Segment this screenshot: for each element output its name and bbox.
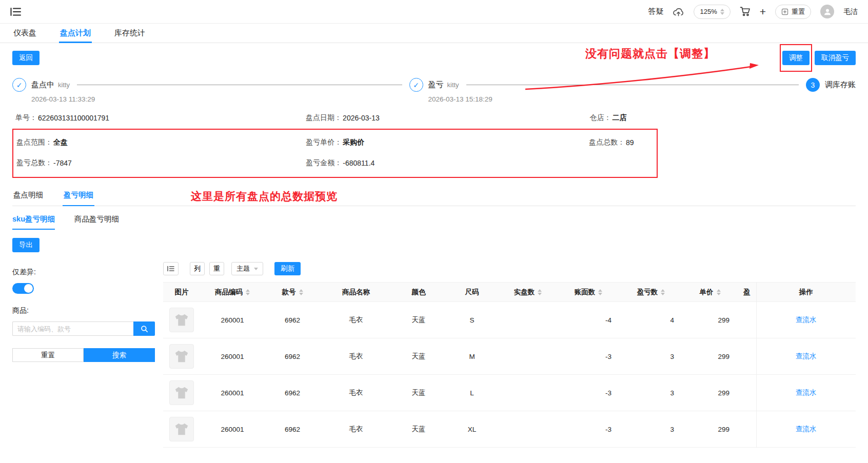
cell-book-count: -4 [557,302,620,338]
cell-product-name: 毛衣 [320,411,392,448]
table-row: 2600016962毛衣天蓝XL-33299查流水 [163,411,856,448]
col-product-code[interactable]: 商品编码 [200,283,265,302]
cloud-upload-icon[interactable] [673,7,684,17]
search-icon [141,325,148,333]
col-book-count[interactable]: 账面数 [557,283,620,302]
field-pl-price: 盈亏单价：采购价 [303,138,586,147]
tab-sku-pl-detail[interactable]: sku盈亏明细 [12,214,55,230]
step-connector [77,85,402,85]
cancel-pl-button[interactable]: 取消盈亏 [815,51,856,65]
avatar[interactable] [820,5,834,18]
qa-link[interactable]: 答疑 [648,7,663,16]
toggle-knob [24,284,33,293]
view-flow-link[interactable]: 查流水 [796,425,817,433]
step-time: 2026-03-13 15:18:29 [428,95,806,103]
cell-product-image [163,375,200,411]
tab-dashboard[interactable]: 仪表盘 [13,24,36,43]
density-icon[interactable] [163,262,179,275]
cell-product-name: 毛衣 [320,302,392,338]
col-pl-amount: 盈 [738,283,756,302]
view-flow-link[interactable]: 查流水 [796,352,817,360]
refresh-button[interactable]: 刷新 [274,262,301,275]
col-product-name: 商品名称 [320,283,392,302]
menu-fold-icon[interactable] [10,7,22,16]
cell-book-count: -3 [557,338,620,375]
product-image-placeholder [169,380,194,405]
field-pl-total: 盈亏总数：-7847 [13,158,303,168]
cell-size: S [445,302,499,338]
cell-color: 天蓝 [392,302,445,338]
cell-style-no: 6962 [265,338,320,375]
tab-stock-stats[interactable]: 库存统计 [114,24,145,43]
cell-style-no: 6962 [265,375,320,411]
table-toolbar: 列 重 主题 刷新 [163,261,856,276]
cell-color: 天蓝 [392,338,445,375]
theme-select[interactable]: 主题 [231,262,263,275]
product-image-placeholder [169,308,194,332]
step-profit-loss: ✓ 盈亏 kitty 2026-03-13 15:18:29 [409,78,806,103]
main-content: 返回 没有问题就点击【调整】 调整 取消盈亏 ✓ 盘点中 kitty 2026-… [0,50,868,448]
cell-pl-count: 3 [620,411,682,448]
cell-size: M [445,338,499,375]
tab-count-detail[interactable]: 盘点明细 [12,186,44,206]
diff-only-toggle[interactable] [12,283,34,294]
field-store: 仓店：二店 [587,113,658,123]
cell-pl-amount [738,375,756,411]
cell-product-name: 毛衣 [320,375,392,411]
nav-tabs: 仪表盘 盘点计划 库存统计 [0,24,868,43]
search-icon-button[interactable] [133,321,155,336]
product-search-input[interactable] [12,321,133,336]
pl-detail-table: 图片 商品编码 款号 商品名称 颜色 尺码 实盘数 账面数 盈亏数 单价 盈 操… [163,282,856,448]
reset-control[interactable]: 重置 [775,5,811,19]
cell-style-no: 6962 [265,302,320,338]
cell-unit-price: 299 [682,302,738,338]
tab-product-pl-detail[interactable]: 商品盈亏明细 [74,214,119,230]
col-style-no[interactable]: 款号 [265,283,320,302]
back-button[interactable]: 返回 [12,51,40,65]
plus-icon[interactable]: + [760,6,766,17]
cell-product-code: 260001 [200,375,265,411]
filter-panel: 仅差异: 商品: 重置 搜索 [12,261,155,362]
adjust-annotation-box: 调整 [782,51,810,65]
col-pl-count[interactable]: 盈亏数 [620,283,682,302]
cell-pl-amount [738,411,756,448]
summary-annotation-text: 这里是所有盘点的总数据预览 [191,189,338,204]
adjust-button[interactable]: 调整 [782,51,810,65]
cell-actions: 查流水 [756,411,856,448]
filter-search-button[interactable]: 搜索 [84,348,155,362]
tab-inventory-plan[interactable]: 盘点计划 [60,24,91,43]
tab-pl-detail[interactable]: 盈亏明细 [63,186,94,206]
field-count-total: 盘点总数：89 [586,138,657,147]
sort-icon [538,289,542,295]
col-actual-count[interactable]: 实盘数 [499,283,557,302]
cell-color: 天蓝 [392,411,445,448]
field-pl-amount: 盈亏金额：-680811.4 [303,158,586,168]
username[interactable]: 毛洁 [843,7,858,16]
cart-icon[interactable] [740,7,751,16]
cell-pl-count: 4 [620,302,682,338]
sub-tabs: sku盈亏明细 商品盈亏明细 [12,214,856,230]
cell-pl-amount [738,338,756,375]
column-settings-button[interactable]: 列 [190,262,205,275]
step-check-icon: ✓ [12,78,26,92]
cell-unit-price: 299 [682,375,738,411]
view-flow-link[interactable]: 查流水 [796,389,817,396]
zoom-control[interactable]: 125% [694,5,730,19]
table-row: 2600016962毛衣天蓝S-44299查流水 [163,302,856,338]
sort-icon [598,289,602,295]
cell-book-count: -3 [557,411,620,448]
filter-reset-button[interactable]: 重置 [12,348,84,362]
step-number: 3 [806,78,820,92]
view-flow-link[interactable]: 查流水 [796,316,817,324]
cell-product-image [163,411,200,448]
cell-actions: 查流水 [756,338,856,375]
zoom-level: 125% [700,8,717,15]
export-button[interactable]: 导出 [12,238,40,252]
col-color: 颜色 [392,283,445,302]
field-scope: 盘点范围：全盘 [13,138,303,147]
table-row: 2600016962毛衣天蓝L-33299查流水 [163,375,856,411]
step-counting: ✓ 盘点中 kitty 2026-03-13 11:33:29 [12,78,409,103]
col-unit-price[interactable]: 单价 [682,283,738,302]
table-reset-button[interactable]: 重 [209,262,224,275]
cell-actions: 查流水 [756,375,856,411]
